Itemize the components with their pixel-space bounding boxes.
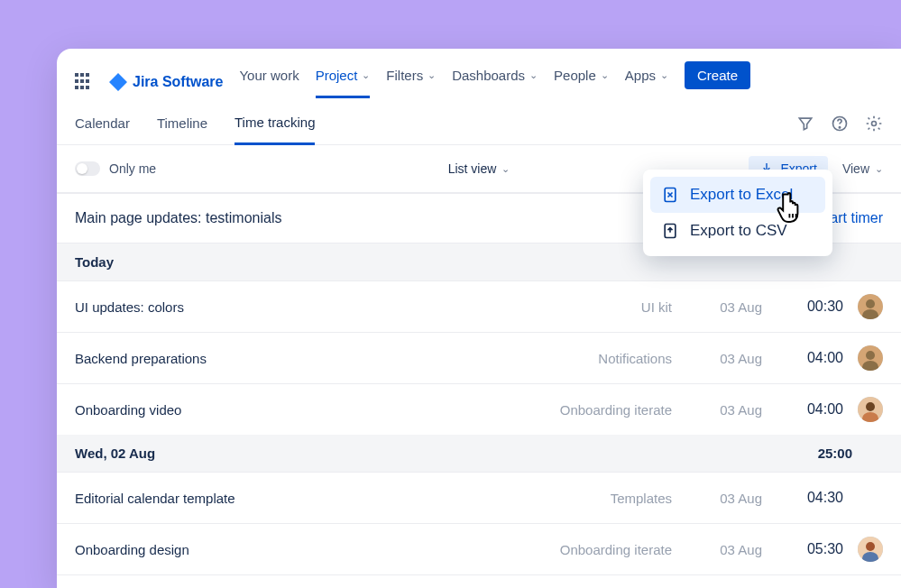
- settings-icon[interactable]: [865, 115, 883, 133]
- chevron-down-icon: ⌄: [660, 69, 668, 81]
- entry-tag: Templates: [501, 491, 672, 506]
- svg-point-7: [866, 351, 875, 360]
- chevron-down-icon: ⌄: [875, 163, 883, 175]
- current-task-title: Main page updates: testimonials: [75, 210, 281, 226]
- product-logo[interactable]: Jira Software: [109, 73, 223, 91]
- time-entries: Today UI updates: colors UI kit 03 Aug 0…: [57, 243, 901, 588]
- time-entry-row[interactable]: UI updates: colors UI kit 03 Aug 00:30: [57, 280, 901, 332]
- only-me-toggle[interactable]: [75, 161, 100, 176]
- product-name: Jira Software: [133, 74, 223, 90]
- nav-project[interactable]: Project⌄: [316, 68, 371, 98]
- view-tabs: Calendar Timeline Time tracking: [57, 102, 901, 145]
- nav-your-work[interactable]: Your work: [239, 68, 299, 96]
- avatar[interactable]: [858, 537, 883, 562]
- entry-date: 03 Aug: [672, 491, 762, 506]
- svg-point-10: [866, 402, 875, 411]
- entry-tag: UI kit: [501, 299, 672, 315]
- entry-date: 03 Aug: [672, 402, 762, 418]
- chevron-down-icon: ⌄: [362, 69, 370, 81]
- entry-title: Onboarding design: [75, 542, 501, 557]
- file-export-icon: [661, 222, 679, 240]
- avatar[interactable]: [858, 397, 883, 422]
- nav-apps[interactable]: Apps⌄: [625, 68, 668, 96]
- list-view-select[interactable]: List view ⌄: [448, 161, 510, 176]
- chevron-down-icon: ⌄: [601, 69, 609, 81]
- tab-time-tracking[interactable]: Time tracking: [234, 102, 315, 145]
- nav-people[interactable]: People⌄: [554, 68, 609, 96]
- help-icon[interactable]: [831, 115, 849, 133]
- time-entry-row[interactable]: Onboarding design Onboarding iterate 03 …: [57, 523, 901, 574]
- entry-date: 03 Aug: [672, 351, 762, 366]
- tab-calendar[interactable]: Calendar: [75, 103, 130, 143]
- jira-icon: [109, 73, 127, 91]
- time-entry-row[interactable]: Onboarding video Onboarding iterate 03 A…: [57, 383, 901, 435]
- create-button[interactable]: Create: [685, 61, 750, 89]
- time-entry-row[interactable]: Backend preparations Notifications 03 Au…: [57, 574, 901, 588]
- entry-title: Editorial calendar template: [75, 491, 501, 506]
- chevron-down-icon: ⌄: [501, 163, 510, 175]
- export-csv-item[interactable]: Export to CSV: [650, 213, 825, 249]
- entry-tag: Onboarding iterate: [501, 542, 672, 557]
- avatar[interactable]: [858, 345, 883, 371]
- section-total: 25:00: [818, 446, 883, 461]
- app-switcher-icon[interactable]: [75, 73, 93, 91]
- section-header-wed: Wed, 02 Aug 25:00: [57, 435, 901, 472]
- entry-title: UI updates: colors: [75, 299, 501, 315]
- entry-tag: Onboarding iterate: [501, 402, 672, 418]
- svg-point-2: [872, 121, 877, 125]
- entry-title: Backend preparations: [75, 351, 501, 366]
- app-window: Jira Software Your work Project⌄ Filters…: [57, 49, 901, 588]
- only-me-label: Only me: [109, 161, 156, 176]
- time-entry-row[interactable]: Editorial calendar template Templates 03…: [57, 472, 901, 523]
- global-nav: Jira Software Your work Project⌄ Filters…: [57, 49, 901, 102]
- chevron-down-icon: ⌄: [529, 69, 538, 81]
- entry-duration: 04:00: [762, 350, 843, 366]
- chevron-down-icon: ⌄: [428, 69, 436, 81]
- entry-date: 03 Aug: [672, 542, 762, 557]
- nav-dashboards[interactable]: Dashboards⌄: [452, 68, 538, 96]
- avatar[interactable]: [858, 294, 883, 319]
- entry-duration: 04:00: [762, 401, 843, 418]
- filter-icon[interactable]: [796, 115, 814, 133]
- nav-filters[interactable]: Filters⌄: [386, 68, 436, 96]
- tab-timeline[interactable]: Timeline: [157, 103, 207, 143]
- entry-date: 03 Aug: [672, 299, 762, 315]
- time-entry-row[interactable]: Backend preparations Notifications 03 Au…: [57, 332, 901, 383]
- svg-point-13: [866, 542, 875, 551]
- entry-tag: Notifications: [501, 351, 672, 366]
- export-excel-item[interactable]: Export to Excel: [650, 177, 825, 213]
- entry-duration: 04:30: [762, 490, 843, 506]
- svg-point-4: [866, 299, 875, 308]
- entry-duration: 00:30: [762, 299, 843, 315]
- file-export-icon: [661, 186, 679, 204]
- entry-title: Onboarding video: [75, 402, 501, 418]
- entry-duration: 05:30: [762, 541, 843, 557]
- svg-point-1: [839, 126, 840, 127]
- export-dropdown: Export to Excel Export to CSV: [643, 170, 832, 256]
- view-select[interactable]: View ⌄: [842, 161, 883, 176]
